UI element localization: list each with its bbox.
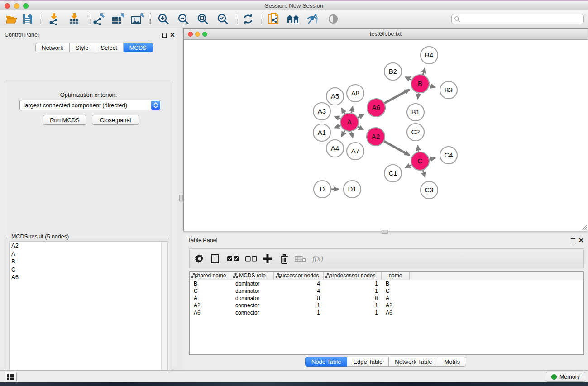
edge-A-A3[interactable] (335, 116, 341, 119)
column-header-successor-nodes[interactable]: successor nodes (274, 272, 324, 280)
network-window-titlebar[interactable]: testGlobe.txt (184, 29, 588, 40)
import-table-icon[interactable] (66, 12, 82, 26)
node-A5[interactable]: A5 (326, 88, 344, 105)
result-item-c[interactable]: C (10, 266, 167, 274)
cell-shared-name[interactable]: A (190, 295, 231, 302)
node-C[interactable]: C (411, 152, 429, 170)
result-item-a[interactable]: A (10, 250, 167, 258)
node-B2[interactable]: B2 (384, 63, 402, 80)
edge-A-A1[interactable] (335, 125, 340, 128)
cell-MCDS-role[interactable]: dominator (231, 287, 274, 295)
node-A3[interactable]: A3 (313, 103, 330, 120)
node-B3[interactable]: B3 (440, 81, 457, 99)
search-field[interactable] (451, 14, 584, 24)
edge-B-B4[interactable] (423, 68, 425, 75)
node-A1[interactable]: A1 (313, 124, 330, 141)
cell-successor-nodes[interactable]: 8 (274, 295, 324, 302)
tab-motifs[interactable]: Motifs (438, 357, 466, 367)
cell-name[interactable]: B (382, 280, 410, 287)
tab-network[interactable]: Network (35, 43, 70, 52)
edge-C-C3[interactable] (423, 170, 425, 177)
function-builder-icon[interactable]: f(x) (310, 252, 325, 266)
window-resize-grip[interactable] (581, 224, 587, 230)
table-row-a2[interactable]: A2connector11A2 (190, 302, 583, 309)
cell-predecessor-nodes[interactable]: 1 (324, 302, 382, 309)
horizontal-split-handle[interactable] (382, 230, 388, 234)
cell-MCDS-role[interactable]: connector (231, 309, 274, 316)
node-A4[interactable]: A4 (326, 140, 344, 157)
select-all-checkboxes-icon[interactable] (225, 252, 241, 266)
edge-A-A2[interactable] (358, 127, 363, 130)
node-D[interactable]: D (314, 181, 331, 198)
node-A7[interactable]: A7 (347, 143, 364, 160)
edge-C-C2[interactable] (418, 146, 419, 152)
export-image-icon[interactable] (129, 12, 146, 26)
node-A6[interactable]: A6 (367, 99, 385, 117)
cell-shared-name[interactable]: C (190, 287, 231, 295)
result-item-a6[interactable]: A6 (10, 273, 167, 281)
node-B4[interactable]: B4 (421, 47, 438, 64)
zoom-fit-selected-icon[interactable] (215, 12, 231, 26)
edge-A-A5[interactable] (342, 108, 345, 114)
cell-name[interactable]: A2 (382, 302, 410, 309)
table-row-c[interactable]: Cdominator41C (190, 287, 583, 295)
cell-predecessor-nodes[interactable]: 1 (324, 309, 382, 316)
cell-predecessor-nodes[interactable]: 1 (324, 280, 382, 287)
run-mcds-button[interactable]: Run MCDS (43, 115, 86, 125)
cell-MCDS-role[interactable]: connector (231, 302, 274, 309)
table-row-b[interactable]: Bdominator41B (190, 280, 583, 287)
deselect-all-checkboxes-icon[interactable] (244, 252, 259, 266)
delete-table-icon[interactable] (293, 252, 308, 266)
table-row-a[interactable]: Adominator80A (190, 295, 583, 302)
close-panel-icon[interactable]: ✕ (170, 31, 175, 39)
node-B[interactable]: B (411, 75, 429, 93)
cell-successor-nodes[interactable]: 4 (274, 287, 324, 295)
edge-A-A8[interactable] (351, 106, 353, 113)
tab-edge-table[interactable]: Edge Table (347, 357, 389, 367)
edge-B-B2[interactable] (405, 77, 411, 80)
tab-network-table[interactable]: Network Table (389, 357, 438, 367)
settings-gear-icon[interactable] (192, 252, 207, 266)
zoom-in-icon[interactable] (155, 12, 172, 26)
open-session-icon[interactable] (4, 12, 20, 26)
edge-B-B3[interactable] (429, 86, 435, 87)
zoom-out-icon[interactable] (175, 12, 191, 26)
node-C1[interactable]: C1 (384, 165, 402, 182)
node-C2[interactable]: C2 (407, 124, 424, 141)
cell-predecessor-nodes[interactable]: 1 (324, 287, 382, 295)
show-windows-icon[interactable] (285, 12, 301, 26)
save-session-icon[interactable] (19, 12, 36, 26)
show-panels-icon[interactable] (325, 12, 341, 26)
node-C3[interactable]: C3 (421, 181, 438, 199)
delete-column-icon[interactable] (277, 252, 292, 266)
import-network-icon[interactable] (46, 12, 62, 26)
float-panel-icon[interactable] (162, 33, 167, 38)
zoom-actual-size-icon[interactable] (195, 12, 211, 26)
hide-panels-icon[interactable] (305, 12, 321, 26)
result-item-b[interactable]: B (10, 257, 167, 266)
node-B1[interactable]: B1 (407, 104, 424, 121)
add-column-icon[interactable] (260, 252, 275, 266)
node-A8[interactable]: A8 (347, 85, 364, 102)
cell-shared-name[interactable]: B (190, 280, 231, 287)
cell-successor-nodes[interactable]: 1 (274, 309, 324, 316)
search-input[interactable] (460, 16, 583, 22)
edge-B-B1[interactable] (418, 93, 419, 99)
tab-style[interactable]: Style (70, 43, 95, 52)
edge-A6-B[interactable] (384, 90, 409, 103)
task-history-button[interactable] (5, 372, 17, 381)
cell-predecessor-nodes[interactable]: 0 (324, 295, 382, 302)
refresh-icon[interactable] (240, 12, 256, 26)
cell-successor-nodes[interactable]: 4 (274, 280, 324, 287)
mcds-result-list[interactable]: A2ABCA6 (9, 241, 168, 386)
edge-A-A4[interactable] (341, 130, 344, 136)
memory-button[interactable]: Memory (546, 372, 585, 382)
node-A[interactable]: A (340, 113, 359, 131)
export-network-icon[interactable] (91, 12, 107, 26)
edge-C-C4[interactable] (430, 158, 435, 159)
column-header-predecessor-nodes[interactable]: predecessor nodes (324, 272, 382, 280)
edge-C-C1[interactable] (405, 165, 411, 168)
table-float-panel-icon[interactable] (571, 238, 575, 243)
cell-shared-name[interactable]: A6 (190, 309, 231, 316)
cell-successor-nodes[interactable]: 1 (274, 302, 324, 309)
